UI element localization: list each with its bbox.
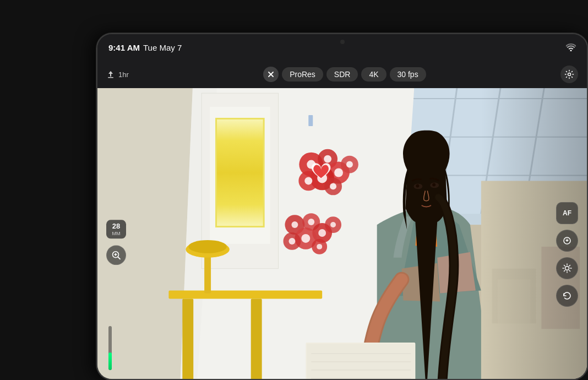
reset-button[interactable] <box>556 285 578 307</box>
svg-point-50 <box>288 238 295 245</box>
svg-line-95 <box>569 265 570 267</box>
download-icon <box>562 236 572 246</box>
svg-point-49 <box>301 234 310 243</box>
ipad-frame: 9:41 AM Tue May 7 1h <box>96 33 588 380</box>
svg-point-37 <box>330 183 336 189</box>
svg-point-51 <box>317 244 322 249</box>
svg-rect-72 <box>307 344 414 379</box>
prores-pill[interactable]: ProRes <box>282 67 323 82</box>
top-controls-right <box>560 66 578 83</box>
close-button[interactable] <box>263 67 279 82</box>
focal-length-badge: 28 MM <box>106 220 126 238</box>
svg-rect-55 <box>251 298 262 379</box>
left-controls: 28 MM <box>106 220 126 265</box>
status-right <box>566 44 576 51</box>
svg-point-65 <box>416 184 419 187</box>
status-left: 9:41 AM Tue May 7 <box>108 43 182 52</box>
camera-dot <box>340 40 345 44</box>
exposure-bar <box>108 326 112 370</box>
top-controls-bar: 1hr ProRes SDR 4K 30 fps <box>97 61 587 88</box>
wifi-icon <box>566 44 576 51</box>
settings-button[interactable] <box>560 66 578 83</box>
exposure-fill <box>108 352 112 370</box>
svg-point-52 <box>330 222 336 227</box>
focal-length-value: 28 <box>110 222 123 231</box>
svg-point-66 <box>432 183 435 186</box>
af-button[interactable]: AF <box>556 202 578 224</box>
svg-point-47 <box>308 219 314 225</box>
close-icon <box>268 71 274 78</box>
top-controls-center: ProRes SDR 4K 30 fps <box>263 67 426 82</box>
svg-rect-19 <box>308 115 313 126</box>
gear-icon <box>564 69 574 79</box>
svg-point-58 <box>188 240 227 253</box>
svg-point-48 <box>318 229 326 237</box>
svg-line-84 <box>118 257 120 259</box>
svg-point-38 <box>346 161 353 168</box>
outer-background: 9:41 AM Tue May 7 1h <box>0 0 588 380</box>
svg-point-46 <box>291 221 298 228</box>
status-date: Tue May 7 <box>143 43 182 52</box>
svg-line-93 <box>564 265 565 267</box>
reset-icon <box>562 291 572 301</box>
svg-point-34 <box>334 169 343 177</box>
svg-rect-56 <box>204 252 211 294</box>
svg-rect-24 <box>217 120 263 226</box>
upload-timer-text: 1hr <box>118 70 129 79</box>
status-time: 9:41 AM <box>108 43 140 52</box>
status-bar: 9:41 AM Tue May 7 <box>97 34 587 61</box>
arrow-up-icon <box>106 70 115 79</box>
resolution-pill[interactable]: 4K <box>361 67 386 82</box>
zoom-icon <box>111 251 121 260</box>
framerate-pill[interactable]: 30 fps <box>390 67 426 82</box>
svg-point-88 <box>565 267 569 270</box>
svg-line-96 <box>564 270 565 272</box>
brightness-icon <box>562 263 572 273</box>
zoom-button[interactable] <box>106 246 126 265</box>
svg-line-94 <box>569 270 570 272</box>
svg-point-33 <box>324 155 331 163</box>
af-label: AF <box>563 209 571 217</box>
focal-length-unit: MM <box>110 231 123 237</box>
camera-scene <box>97 88 587 379</box>
right-controls: AF <box>556 202 578 307</box>
svg-rect-0 <box>108 77 113 78</box>
svg-point-3 <box>568 73 571 76</box>
svg-rect-53 <box>168 291 322 299</box>
brightness-button[interactable] <box>556 257 578 279</box>
sdr-pill[interactable]: SDR <box>326 67 358 82</box>
download-button[interactable] <box>556 230 578 252</box>
top-controls-left: 1hr <box>106 70 129 79</box>
svg-rect-54 <box>182 298 193 379</box>
camera-viewfinder: 28 MM AF <box>97 88 587 379</box>
svg-point-36 <box>304 177 312 184</box>
